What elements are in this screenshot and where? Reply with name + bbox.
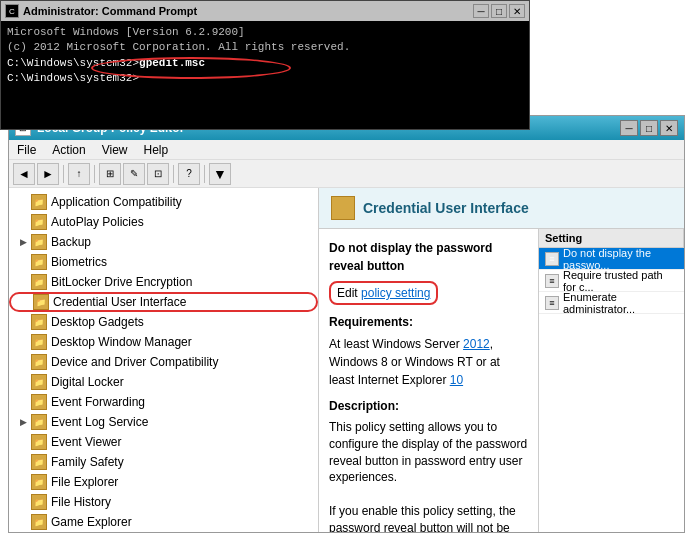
toolbar-sep-1 [63,165,64,183]
tree-item-application-compatibility[interactable]: 📁 Application Compatibility [9,192,318,212]
req-link-2012[interactable]: 2012 [463,337,490,351]
settings-row-enumerate-admin[interactable]: ≡ Enumerate administrator... [539,292,684,314]
cmd-content: Microsoft Windows [Version 6.2.9200] (c)… [1,21,529,91]
tree-label: Event Viewer [51,435,121,449]
settings-row-label: Do not display the passwo... [563,247,678,271]
folder-icon: 📁 [31,314,47,330]
tree-scroll[interactable]: 📁 Application Compatibility 📁 AutoPlay P… [9,188,318,532]
lgpe-window: ⊞ Local Group Policy Editor ─ □ ✕ File A… [8,115,685,533]
cmd-maximize-button[interactable]: □ [491,4,507,18]
tree-item-game-explorer[interactable]: 📁 Game Explorer [9,512,318,532]
policy-icon: ≡ [545,296,559,310]
tree-arrow [17,496,29,508]
toolbar-help[interactable]: ? [178,163,200,185]
tree-arrow [17,516,29,528]
toolbar-back[interactable]: ◄ [13,163,35,185]
tree-item-file-explorer[interactable]: 📁 File Explorer [9,472,318,492]
tree-arrow [17,256,29,268]
folder-icon: 📁 [31,254,47,270]
settings-row-label: Require trusted path for c... [563,269,678,293]
tree-label: AutoPlay Policies [51,215,144,229]
toolbar: ◄ ► ↑ ⊞ ✎ ⊡ ? ▼ [9,160,684,188]
menu-help[interactable]: Help [140,143,173,157]
folder-icon: 📁 [31,354,47,370]
settings-row-do-not-display[interactable]: ≡ Do not display the passwo... [539,248,684,270]
tree-item-event-forwarding[interactable]: 📁 Event Forwarding [9,392,318,412]
table-row[interactable]: ≡ Require trusted path for c... [539,270,684,292]
cmd-minimize-button[interactable]: ─ [473,4,489,18]
policy-icon: ≡ [545,252,559,266]
description-text: This policy setting allows you to config… [329,419,528,532]
tree-arrow [17,396,29,408]
tree-item-family-safety[interactable]: 📁 Family Safety [9,452,318,472]
cmd-window-buttons: ─ □ ✕ [473,4,525,18]
tree-item-digital-locker[interactable]: 📁 Digital Locker [9,372,318,392]
cmd-titlebar-left: C Administrator: Command Prompt [5,4,197,18]
toolbar-copy[interactable]: ⊡ [147,163,169,185]
tree-arrow: ▶ [17,416,29,428]
settings-row-label: Enumerate administrator... [563,291,678,315]
tree-item-backup[interactable]: ▶ 📁 Backup [9,232,318,252]
cmd-window: C Administrator: Command Prompt ─ □ ✕ Mi… [0,0,530,130]
toolbar-up[interactable]: ↑ [68,163,90,185]
req-link-10[interactable]: 10 [450,373,463,387]
lgpe-minimize-button[interactable]: ─ [620,120,638,136]
lgpe-close-button[interactable]: ✕ [660,120,678,136]
tree-arrow [17,376,29,388]
tree-label: BitLocker Drive Encryption [51,275,192,289]
tree-item-biometrics[interactable]: 📁 Biometrics [9,252,318,272]
tree-label: Desktop Window Manager [51,335,192,349]
tree-label: Digital Locker [51,375,124,389]
policy-icon: ≡ [545,274,559,288]
tree-arrow [17,356,29,368]
tree-arrow [17,276,29,288]
menu-action[interactable]: Action [48,143,89,157]
policy-header-folder-icon [331,196,355,220]
tree-item-event-log-service[interactable]: ▶ 📁 Event Log Service [9,412,318,432]
lgpe-window-buttons: ─ □ ✕ [620,120,678,136]
tree-arrow [17,196,29,208]
lgpe-maximize-button[interactable]: □ [640,120,658,136]
tree-arrow [17,436,29,448]
requirements-text: At least Windows Server 2012, Windows 8 … [329,335,528,389]
toolbar-filter[interactable]: ▼ [209,163,231,185]
cmd-icon: C [5,4,19,18]
toolbar-forward[interactable]: ► [37,163,59,185]
table-row[interactable]: ≡ Enumerate administrator... [539,292,684,314]
toolbar-sep-3 [173,165,174,183]
folder-icon: 📁 [31,454,47,470]
detail-policy-title: Do not display the password reveal butto… [329,239,528,275]
tree-item-desktop-gadgets[interactable]: 📁 Desktop Gadgets [9,312,318,332]
detail-edit: Edit policy setting [329,281,528,305]
tree-label: Desktop Gadgets [51,315,144,329]
folder-icon: 📁 [31,434,47,450]
tree-item-desktop-window-manager[interactable]: 📁 Desktop Window Manager [9,332,318,352]
folder-icon: 📁 [31,474,47,490]
policy-setting-link[interactable]: policy setting [361,286,430,300]
tree-arrow [17,456,29,468]
toolbar-show-hide[interactable]: ⊞ [99,163,121,185]
tree-label: Device and Driver Compatibility [51,355,218,369]
tree-label: Biometrics [51,255,107,269]
edit-oval: Edit policy setting [329,281,438,305]
cmd-title: Administrator: Command Prompt [23,5,197,17]
folder-icon: 📁 [31,214,47,230]
menubar: File Action View Help [9,140,684,160]
detail-pane: Do not display the password reveal butto… [319,229,539,532]
toolbar-edit[interactable]: ✎ [123,163,145,185]
tree-item-event-viewer[interactable]: 📁 Event Viewer [9,432,318,452]
settings-row-require-trusted-path[interactable]: ≡ Require trusted path for c... [539,270,684,292]
tree-item-file-history[interactable]: 📁 File History [9,492,318,512]
menu-file[interactable]: File [13,143,40,157]
cmd-close-button[interactable]: ✕ [509,4,525,18]
tree-item-bitlocker[interactable]: 📁 BitLocker Drive Encryption [9,272,318,292]
settings-col-header: Setting [539,229,684,248]
tree-item-autoplay-policies[interactable]: 📁 AutoPlay Policies [9,212,318,232]
tree-label: Event Log Service [51,415,148,429]
table-row[interactable]: ≡ Do not display the passwo... [539,248,684,271]
menu-view[interactable]: View [98,143,132,157]
tree-item-credential-ui[interactable]: 📁 Credential User Interface [9,292,318,312]
cmd-line-2: (c) 2012 Microsoft Corporation. All righ… [7,40,523,55]
tree-item-device-driver[interactable]: 📁 Device and Driver Compatibility [9,352,318,372]
folder-icon: 📁 [31,414,47,430]
